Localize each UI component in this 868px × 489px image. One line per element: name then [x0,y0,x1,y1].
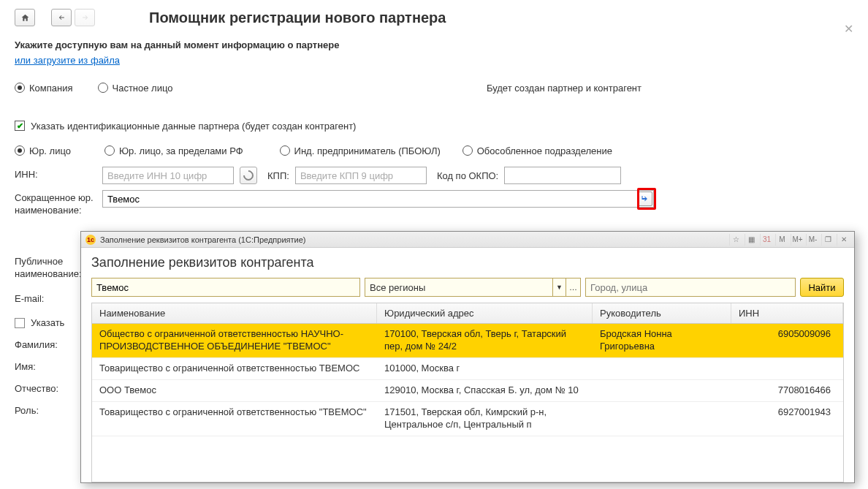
close-icon[interactable]: ✕ [844,22,853,36]
patronymic-label: Отчество: [15,383,73,394]
cell-name: ООО Твемос [92,380,377,401]
radio-company[interactable]: Компания [15,83,73,94]
radio-label: Обособленное подразделение [477,145,612,156]
home-button[interactable] [15,9,35,26]
radio-label: Инд. предприниматель (ПБОЮЛ) [294,145,441,156]
cell-mgr [593,402,731,436]
calc-button[interactable]: ▦ [745,234,758,246]
inn-label: ИНН: [15,167,102,180]
calendar-button[interactable]: 31 [760,234,773,246]
lookup-arrow-icon [641,194,650,203]
cell-inn: 6905009096 [731,324,843,357]
ident-checkbox[interactable]: ✔ [15,121,25,131]
inn-input[interactable] [102,167,234,184]
popup-window-title: Заполнение реквизитов контрагента (1С:Пр… [100,235,305,244]
find-button[interactable]: Найти [800,278,844,297]
radio-label: Частное лицо [113,83,173,94]
cell-mgr: Бродская Нонна Григорьевна [593,324,731,357]
favorite-button[interactable]: ☆ [729,234,742,246]
radio-ip[interactable]: Инд. предприниматель (ПБОЮЛ) [280,145,441,156]
region-select[interactable]: Все регионы [365,278,553,297]
home-icon [20,13,30,23]
popup-close-button[interactable]: ✕ [837,234,850,246]
arrow-right-icon [80,14,90,21]
cell-inn: 6927001943 [731,402,843,436]
cell-mgr [593,380,731,401]
cell-addr: 170100, Тверская обл, Тверь г, Татарский… [377,324,593,357]
kpp-input[interactable] [295,167,427,184]
m-button[interactable]: M [775,234,788,246]
creation-hint: Будет создан партнер и контрагент [487,83,853,94]
cell-inn: 7708016466 [731,380,843,401]
radio-label: Юр. лицо, за пределами РФ [119,145,243,156]
col-name[interactable]: Наименование [92,303,377,323]
table-row[interactable]: Общество с ограниченной ответственностью… [92,324,843,358]
cell-name: Товарищество с ограниченной ответственно… [92,358,377,379]
col-mgr[interactable]: Руководитель [593,303,731,323]
table-row[interactable]: ООО Твемос129010, Москва г, Спасская Б. … [92,380,843,402]
radio-jur[interactable]: Юр. лицо [15,145,71,156]
popup-titlebar[interactable]: 1c Заполнение реквизитов контрагента (1С… [81,232,854,248]
load-from-file-link[interactable]: или загрузите из файла [15,55,120,66]
mplus-button[interactable]: M+ [791,234,804,246]
search-term-input[interactable] [91,278,360,297]
table-row[interactable]: Товарищество с ограниченной ответственно… [92,358,843,380]
ident-checkbox-label: Указать идентификационные данные партнер… [31,121,356,132]
restore-button[interactable]: ❐ [821,234,834,246]
cell-mgr [593,358,731,379]
surname-label: Фамилия: [15,339,73,350]
name-label: Имя: [15,361,73,372]
popup-window: 1c Заполнение реквизитов контрагента (1С… [80,231,855,483]
back-button[interactable] [51,9,72,26]
app-icon: 1c [85,235,96,245]
region-dots-button[interactable]: … [566,278,581,297]
cell-inn [731,358,843,379]
col-inn[interactable]: ИНН [731,303,843,323]
page-title: Помощник регистрации нового партнера [149,10,446,26]
cell-addr: 101000, Москва г [377,358,593,379]
cell-addr: 171501, Тверская обл, Кимрский р-н, Цент… [377,402,593,436]
radio-label: Юр. лицо [29,145,71,156]
cell-name: Общество с ограниченной ответственностью… [92,324,377,357]
table-row[interactable]: Товарищество с ограниченной ответственно… [92,402,843,436]
subtitle: Укажите доступную вам на данный момент и… [15,39,853,50]
kpp-label: КПП: [267,170,289,181]
radio-label: Компания [29,83,73,94]
specify-checkbox[interactable] [15,318,25,328]
shortname-lookup-button[interactable] [638,192,652,206]
cell-addr: 129010, Москва г, Спасская Б. ул, дом № … [377,380,593,401]
col-addr[interactable]: Юридический адрес [377,303,593,323]
region-dropdown-button[interactable]: ▼ [553,278,566,297]
role-label: Роль: [15,405,73,416]
radio-person[interactable]: Частное лицо [98,83,173,94]
inn-refresh-button[interactable] [240,167,257,184]
okpo-label: Код по ОКПО: [437,170,498,181]
radio-jur-abroad[interactable]: Юр. лицо, за пределами РФ [104,145,243,156]
results-grid: Наименование Юридический адрес Руководит… [91,303,844,482]
popup-heading: Заполнение реквизитов контрагента [91,255,844,270]
mminus-button[interactable]: M- [806,234,819,246]
forward-button [75,9,95,26]
shortname-label: Сокращенное юр. наименование: [15,190,102,217]
arrow-left-icon [57,14,66,21]
shortname-input[interactable] [102,190,654,208]
refresh-icon [243,170,254,181]
okpo-input[interactable] [504,167,621,184]
cell-name: Товарищество с ограниченной ответственно… [92,402,377,436]
radio-subdiv[interactable]: Обособленное подразделение [462,145,612,156]
city-input[interactable] [585,278,796,297]
specify-label: Указать [31,317,64,328]
